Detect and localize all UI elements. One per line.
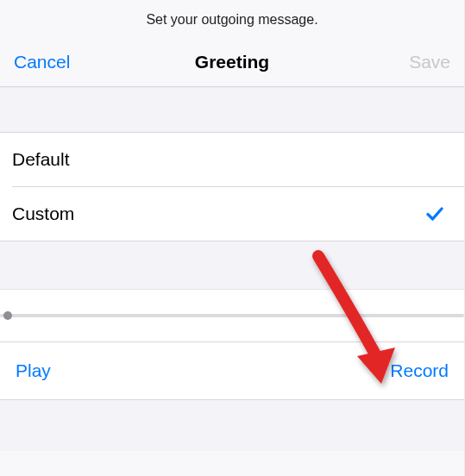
- progress-handle[interactable]: [3, 311, 12, 320]
- progress-line: [0, 314, 464, 317]
- playback-controls: Play Record: [0, 342, 464, 399]
- page-title: Greeting: [91, 52, 373, 72]
- option-custom-label: Custom: [12, 204, 74, 224]
- section-spacer: [0, 399, 464, 451]
- nav-bar: Cancel Greeting Save: [0, 28, 464, 87]
- cancel-button[interactable]: Cancel: [14, 52, 70, 72]
- option-custom[interactable]: Custom: [0, 187, 464, 241]
- greeting-options-list: Default Custom: [0, 132, 464, 241]
- playback-progress[interactable]: [0, 290, 464, 341]
- option-default[interactable]: Default: [0, 133, 464, 186]
- playback-section: Play Record: [0, 289, 464, 399]
- section-spacer: [0, 241, 464, 289]
- play-button[interactable]: Play: [16, 360, 51, 381]
- instruction-text: Set your outgoing message.: [0, 0, 464, 28]
- record-button[interactable]: Record: [390, 360, 449, 381]
- save-button: Save: [409, 52, 450, 72]
- option-default-label: Default: [12, 149, 70, 170]
- checkmark-icon: [424, 204, 445, 224]
- section-spacer: [0, 87, 464, 132]
